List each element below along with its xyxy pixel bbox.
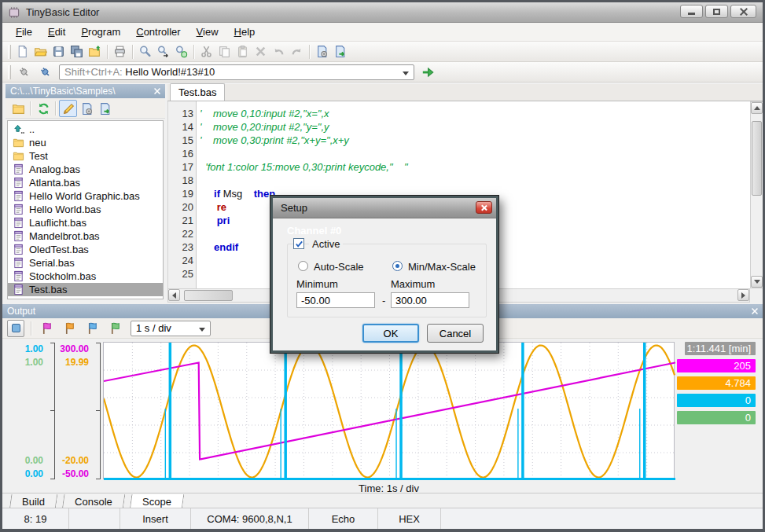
menu-view[interactable]: View xyxy=(189,24,226,40)
undo-button[interactable] xyxy=(270,43,288,61)
open-folder-button[interactable] xyxy=(86,43,104,61)
scroll-left-icon[interactable] xyxy=(168,289,180,301)
auto-scale-radio[interactable] xyxy=(298,261,308,271)
scroll-down-icon[interactable] xyxy=(751,276,763,288)
open-file-button[interactable] xyxy=(31,43,50,61)
ok-button[interactable]: OK xyxy=(362,324,419,343)
macro-combobox[interactable]: Shift+Ctrl+A: Hello World!#13#10 xyxy=(59,64,414,80)
refresh-icon xyxy=(37,102,50,115)
file-item-mandelbrot-bas[interactable]: Mandelbrot.bas xyxy=(8,229,163,243)
toolbar-grip[interactable] xyxy=(8,45,11,59)
file-item-test-bas[interactable]: Test.bas xyxy=(8,283,163,296)
code-text: 'font 1:color 15:move 0,30:print keycode… xyxy=(200,161,408,173)
hscroll-thumb[interactable] xyxy=(184,290,233,301)
browse-folder-button[interactable] xyxy=(9,100,27,117)
run-file-button[interactable] xyxy=(95,100,113,117)
setup-dialog: Setup Channel #0 Active Auto-Scale Min/M… xyxy=(270,196,498,353)
dialog-close-button[interactable] xyxy=(476,201,492,214)
maximum-input[interactable] xyxy=(391,292,469,308)
minimize-button[interactable] xyxy=(680,5,703,18)
scroll-up-icon[interactable] xyxy=(751,102,763,114)
menu-help[interactable]: Help xyxy=(227,24,263,40)
toolbar-grip[interactable] xyxy=(8,65,11,79)
flag-magenta-icon xyxy=(40,321,53,335)
replace-button[interactable] xyxy=(172,43,190,61)
close-button[interactable] xyxy=(730,5,756,18)
cut-button[interactable] xyxy=(197,43,215,61)
code-line-13[interactable]: 13' move 0,10:input #2,"x=",x xyxy=(168,108,750,121)
save-button[interactable] xyxy=(50,43,68,61)
editor-tab-bar: Test.bas xyxy=(167,84,763,101)
interval-value: 1 s / div xyxy=(136,322,171,334)
file-item-serial-bas[interactable]: Serial.bas xyxy=(8,256,163,270)
send-macro-button[interactable] xyxy=(421,65,435,79)
axis-scale-label: 0.00 xyxy=(2,455,43,466)
toolbar-separator xyxy=(107,45,108,59)
file-item-oledtest-bas[interactable]: OledTest.bas xyxy=(8,243,163,256)
close-output-icon[interactable] xyxy=(750,306,759,316)
active-checkbox[interactable] xyxy=(293,238,304,249)
redo-button[interactable] xyxy=(288,43,306,61)
flag-magenta-button[interactable] xyxy=(38,320,56,337)
compile-file-button[interactable] xyxy=(77,100,95,117)
file-item--[interactable]: .. xyxy=(8,123,163,136)
code-line-14[interactable]: 14' move 0,20:input #2,"y=",y xyxy=(168,121,750,134)
print-button[interactable] xyxy=(111,43,129,61)
plug-off-icon xyxy=(17,65,31,79)
interval-combobox[interactable]: 1 s / div xyxy=(131,321,211,336)
edit-mode-button[interactable] xyxy=(59,100,77,117)
save-all-button[interactable] xyxy=(68,43,86,61)
code-line-17[interactable]: 17 'font 1:color 15:move 0,30:print keyc… xyxy=(168,161,750,174)
file-item-analog-bas[interactable]: Analog.bas xyxy=(8,163,163,176)
flag-green-button[interactable] xyxy=(106,320,124,337)
menu-file[interactable]: File xyxy=(9,24,39,40)
minimum-input[interactable] xyxy=(296,292,375,308)
close-panel-icon[interactable] xyxy=(153,86,162,96)
paste-button[interactable] xyxy=(234,43,252,61)
line-number: 20 xyxy=(168,201,193,213)
compile-button[interactable] xyxy=(313,43,331,61)
disconnect-button[interactable] xyxy=(15,64,33,81)
connect-button[interactable] xyxy=(36,64,54,81)
menu-controller[interactable]: Controller xyxy=(129,24,187,40)
menu-program[interactable]: Program xyxy=(74,24,127,40)
search-next-button[interactable] xyxy=(154,43,172,61)
flag-cyan-button[interactable] xyxy=(83,320,101,337)
vscroll-thumb[interactable] xyxy=(752,121,762,196)
search-button[interactable] xyxy=(136,43,154,61)
dialog-title-bar[interactable]: Setup xyxy=(273,198,496,218)
code-line-15[interactable]: 15' move 0,30:print #2,"x+y=",x+y xyxy=(168,134,750,148)
scope-pause-button[interactable] xyxy=(7,320,24,337)
refresh-button[interactable] xyxy=(34,100,52,117)
file-item-neu[interactable]: neu xyxy=(8,136,163,149)
file-item-hello-world-graphic-bas[interactable]: Hello World Graphic.bas xyxy=(8,189,163,203)
editor-vertical-scrollbar[interactable] xyxy=(750,101,763,288)
new-file-button[interactable] xyxy=(13,43,31,61)
chevron-down-icon[interactable] xyxy=(199,328,205,332)
active-label: Active xyxy=(309,238,343,250)
title-bar[interactable]: TinyBasic Editor xyxy=(2,2,763,23)
scroll-right-icon[interactable] xyxy=(737,289,749,301)
copy-button[interactable] xyxy=(215,43,234,61)
file-item-stockholm-bas[interactable]: Stockholm.bas xyxy=(8,270,163,283)
file-item-lauflicht-bas[interactable]: Lauflicht.bas xyxy=(8,216,163,229)
code-line-18[interactable]: 18 xyxy=(168,174,750,188)
file-item-hello-world-bas[interactable]: Hello World.bas xyxy=(8,203,163,216)
axis-bracket xyxy=(97,343,101,479)
delete-button[interactable] xyxy=(252,43,270,61)
flag-orange-button[interactable] xyxy=(61,320,79,337)
run-button[interactable] xyxy=(331,43,349,61)
code-text: ' move 0,20:input #2,"y=",y xyxy=(200,121,329,133)
file-item-test[interactable]: Test xyxy=(8,149,163,163)
chevron-down-icon[interactable] xyxy=(403,72,409,75)
minmax-scale-radio[interactable] xyxy=(392,261,403,271)
cancel-button[interactable]: Cancel xyxy=(427,324,484,343)
code-line-16[interactable]: 16 xyxy=(168,148,750,161)
file-item-label: Stockholm.bas xyxy=(29,270,96,282)
maximize-button[interactable] xyxy=(705,5,728,18)
status-spare xyxy=(441,508,763,529)
tab-test-bas[interactable]: Test.bas xyxy=(170,83,225,101)
file-item-atlanta-bas[interactable]: Atlanta.bas xyxy=(8,176,163,189)
menu-edit[interactable]: Edit xyxy=(41,24,72,40)
file-browser-panel: C:\...\TinyBasic\Samples\ ..neuTestAnalo… xyxy=(6,84,165,303)
